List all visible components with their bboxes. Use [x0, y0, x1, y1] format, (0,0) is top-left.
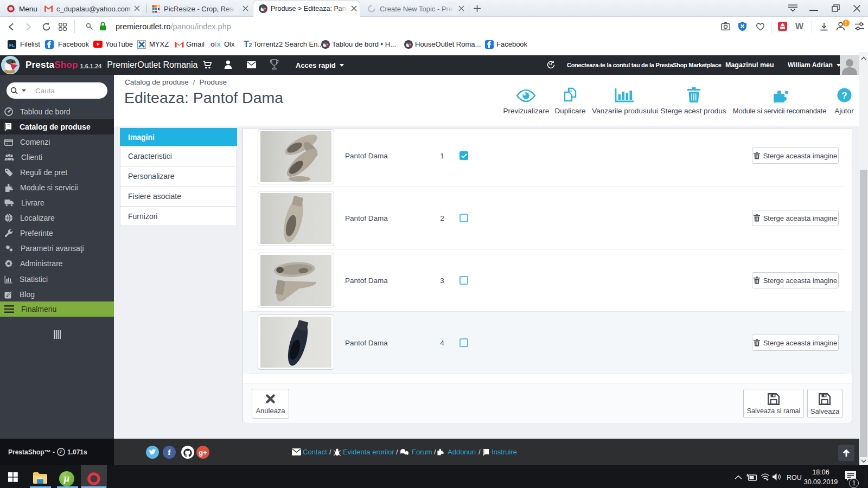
svg-text:FL: FL [9, 42, 15, 47]
svg-text:?: ? [841, 91, 847, 101]
